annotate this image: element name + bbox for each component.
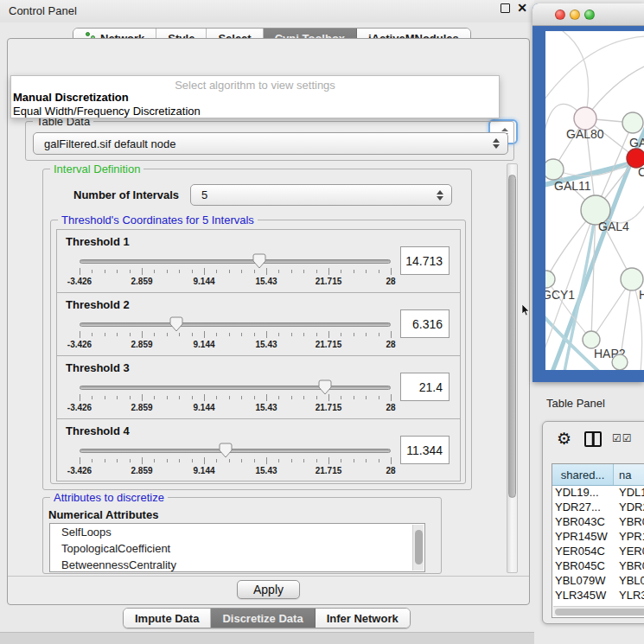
network-node[interactable] — [545, 159, 564, 180]
tick-mark — [341, 270, 341, 273]
tab-infer-network-label: Infer Network — [327, 612, 399, 625]
tick-mark — [328, 268, 329, 275]
tab-impute-data[interactable]: Impute Data — [124, 609, 211, 628]
table-panel-title: Table Panel — [546, 397, 605, 410]
control-panel-titlebar: Control Panel ✕ — [0, 0, 534, 22]
list-item[interactable]: SelfLoops — [50, 524, 424, 540]
table-row[interactable]: YBR043CYBR04 — [552, 515, 644, 530]
cell: YBR045C — [552, 559, 614, 574]
tab-discretize-data[interactable]: Discretize Data — [211, 609, 315, 628]
popup-item-manual-discretization[interactable]: Manual Discretization — [13, 91, 129, 104]
tick-mark — [391, 331, 392, 338]
gear-icon[interactable]: ⚙ — [557, 429, 571, 449]
slider-track[interactable] — [80, 386, 391, 390]
zoom-traffic-light-icon[interactable] — [584, 10, 595, 20]
table-row[interactable]: YLR345WYLR34 — [552, 589, 644, 603]
table-row[interactable]: YPR145WYPR14 — [552, 530, 644, 545]
tab-impute-data-label: Impute Data — [135, 612, 199, 625]
slider-track[interactable] — [80, 449, 391, 453]
network-window-titlebar[interactable] — [532, 3, 644, 26]
column-header-name[interactable]: na — [614, 464, 644, 485]
select-columns-icon[interactable]: ☑☑ — [612, 432, 633, 444]
table-row[interactable]: YDL19...YDL19 — [552, 486, 644, 501]
tick-mark — [154, 333, 155, 336]
table-row[interactable]: YER054CYER05 — [552, 545, 644, 559]
network-canvas[interactable]: GAL80GACGAL11GAL4GCY1HHAP2 — [545, 31, 644, 370]
tick-mark — [379, 459, 379, 462]
tick-label: 9.144 — [193, 277, 214, 286]
tick-mark — [278, 333, 279, 336]
tick-mark — [291, 333, 292, 336]
split-view-icon[interactable] — [584, 431, 602, 447]
list-item[interactable]: BetweennessCentrality — [50, 557, 424, 572]
network-node[interactable] — [545, 271, 555, 288]
tick-label: 2.859 — [131, 466, 152, 475]
tick-mark — [354, 270, 354, 273]
tick-mark — [379, 270, 379, 273]
table-row[interactable]: YBL079WYBL07 — [552, 574, 644, 589]
settings-scrollbar[interactable] — [507, 163, 518, 573]
slider-handle[interactable] — [252, 253, 266, 269]
tick-label: -3.426 — [67, 340, 92, 349]
network-edge[interactable] — [585, 66, 644, 118]
slider-handle[interactable] — [318, 379, 332, 395]
network-edge[interactable] — [563, 31, 589, 118]
threshold-1-label: Threshold 1 — [66, 235, 130, 248]
threshold-3-slider[interactable]: -3.4262.8599.14415.4321.71528 — [80, 382, 391, 411]
threshold-1-value-field[interactable]: 14.713 — [400, 246, 450, 275]
threshold-2-slider[interactable]: -3.4262.8599.14415.4321.71528 — [80, 319, 391, 348]
tick-mark — [117, 270, 118, 273]
tick-label: 2.859 — [131, 340, 152, 349]
threshold-3-value-field[interactable]: 21.4 — [400, 373, 450, 401]
number-of-intervals-combobox[interactable]: 5 — [190, 184, 452, 206]
slider-track[interactable] — [80, 259, 391, 264]
network-graph[interactable]: GAL80GACGAL11GAL4GCY1HHAP2 — [545, 31, 644, 370]
tab-infer-network[interactable]: Infer Network — [316, 609, 410, 628]
apply-button[interactable]: Apply — [237, 580, 300, 599]
settings-scrollbar-thumb[interactable] — [508, 175, 516, 498]
tick-mark — [216, 396, 217, 399]
cyni-settings-panel: Discretization Algorithm Table Data galF… — [7, 38, 530, 605]
list-item[interactable]: TopologicalCoefficient — [50, 540, 424, 557]
node-attribute-table[interactable]: shared... na YDL19...YDL19 YDR27...YDR27… — [552, 463, 644, 618]
table-row[interactable]: YBR045CYBR04 — [552, 559, 644, 574]
numerical-attributes-list[interactable]: SelfLoops TopologicalCoefficient Between… — [49, 523, 425, 572]
attributes-list-scrollbar-thumb[interactable] — [415, 530, 423, 564]
network-node[interactable] — [583, 331, 600, 348]
threshold-1-slider[interactable]: -3.4262.8599.14415.4321.71528 — [80, 256, 391, 285]
tick-label: 15.43 — [255, 340, 277, 349]
tick-mark — [303, 396, 304, 399]
slider-handle[interactable] — [169, 316, 183, 332]
threshold-2-value-field[interactable]: 6.316 — [400, 309, 450, 338]
threshold-row-1: Threshold 1 -3.4262.8599.14415.4321.7152… — [57, 230, 460, 293]
close-icon[interactable]: ✕ — [517, 3, 527, 13]
minimize-traffic-light-icon[interactable] — [570, 10, 580, 20]
tick-mark — [266, 457, 267, 464]
tick-mark — [379, 333, 379, 336]
table-horizontal-scrollbar[interactable] — [553, 606, 644, 616]
network-edge[interactable] — [545, 36, 644, 100]
network-node[interactable] — [612, 354, 628, 370]
attributes-list-scrollbar[interactable] — [412, 525, 424, 571]
float-window-icon[interactable] — [501, 3, 510, 13]
tick-mark — [154, 459, 155, 462]
slider-handle[interactable] — [219, 443, 233, 458]
tick-label: 28 — [386, 403, 395, 412]
table-row[interactable]: YDR27...YDR27 — [552, 501, 644, 515]
threshold-4-value-field[interactable]: 11.344 — [400, 436, 450, 464]
tick-mark — [130, 459, 131, 462]
close-traffic-light-icon[interactable] — [555, 10, 565, 20]
application-root: Control Panel ✕ Network Style Select Cyn… — [0, 0, 644, 644]
cell: YPR14 — [614, 530, 644, 545]
table-data-combobox[interactable]: galFiltered.sif default node — [33, 132, 508, 155]
threshold-4-slider[interactable]: -3.4262.8599.14415.4321.71528 — [80, 445, 391, 475]
popup-item-equal-width-frequency[interactable]: Equal Width/Frequency Discretization — [13, 105, 201, 118]
tick-mark — [117, 459, 118, 462]
slider-track[interactable] — [80, 322, 391, 327]
column-header-shared-name[interactable]: shared... — [552, 464, 614, 485]
tick-mark — [80, 331, 80, 338]
network-node[interactable] — [622, 112, 643, 133]
tick-mark — [316, 396, 317, 399]
table-horizontal-scrollbar-thumb[interactable] — [555, 609, 644, 615]
tick-label: 9.144 — [193, 340, 214, 349]
